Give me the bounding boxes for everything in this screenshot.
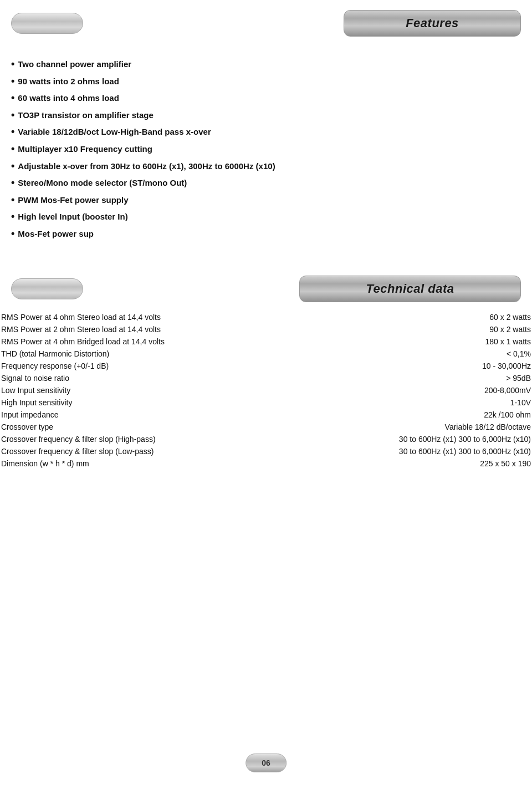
feature-item: 90 watts into 2 ohms load [11, 73, 521, 90]
table-row: RMS Power at 4 ohm Bridged load at 14,4 … [0, 335, 532, 348]
table-row: Crossover typeVariable 18/12 dB/octave [0, 421, 532, 433]
tech-pill-left [11, 278, 83, 299]
feature-item: Stereo/Mono mode selector (ST/mono Out) [11, 174, 521, 191]
table-row: Signal to noise ratio> 95dB [0, 372, 532, 384]
feature-item: TO3P transistor on amplifier stage [11, 106, 521, 124]
tech-value: 90 x 2 watts [293, 323, 532, 335]
tech-header: Technical data [0, 248, 532, 311]
tech-value: < 0,1% [293, 348, 532, 360]
tech-label: RMS Power at 2 ohm Stereo load at 14,4 v… [0, 323, 293, 335]
features-header: Features [0, 0, 532, 42]
table-row: High Input sensitivity1-10V [0, 396, 532, 409]
tech-label: RMS Power at 4 ohm Stereo load at 14,4 v… [0, 311, 293, 323]
feature-item: Two channel power amplifier [11, 55, 521, 73]
tech-table-body: RMS Power at 4 ohm Stereo load at 14,4 v… [0, 311, 532, 470]
tech-value: Variable 18/12 dB/octave [293, 421, 532, 433]
feature-item: Adjustable x-over from 30Hz to 600Hz (x1… [11, 157, 521, 175]
table-row: Crossover frequency & filter slop (Low-p… [0, 445, 532, 457]
feature-item: High level Input (booster In) [11, 208, 521, 225]
tech-label: Dimension (w * h * d) mm [0, 457, 293, 470]
features-list: Two channel power amplifier90 watts into… [0, 42, 532, 248]
tech-label: THD (total Harmonic Distortion) [0, 348, 293, 360]
tech-label: High Input sensitivity [0, 396, 293, 409]
table-row: RMS Power at 2 ohm Stereo load at 14,4 v… [0, 323, 532, 335]
tech-label: Signal to noise ratio [0, 372, 293, 384]
table-row: Dimension (w * h * d) mm225 x 50 x 190 [0, 457, 532, 470]
table-row: Crossover frequency & filter slop (High-… [0, 433, 532, 445]
tech-label: Frequency response (+0/-1 dB) [0, 360, 293, 372]
tech-label: Low Input sensitivity [0, 384, 293, 396]
table-row: THD (total Harmonic Distortion)< 0,1% [0, 348, 532, 360]
table-row: Low Input sensitivity200-8,000mV [0, 384, 532, 396]
tech-value: 60 x 2 watts [293, 311, 532, 323]
features-pill-left [11, 13, 83, 34]
tech-label: Crossover type [0, 421, 293, 433]
tech-value: 225 x 50 x 190 [293, 457, 532, 470]
tech-label: Crossover frequency & filter slop (Low-p… [0, 445, 293, 457]
feature-item: Mos-Fet power sup [11, 225, 521, 242]
feature-item: Multiplayer x10 Frequency cutting [11, 140, 521, 157]
tech-value: > 95dB [293, 372, 532, 384]
tech-value: 30 to 600Hz (x1) 300 to 6,000Hz (x10) [293, 445, 532, 457]
tech-value: 22k /100 ohm [293, 409, 532, 421]
tech-value: 30 to 600Hz (x1) 300 to 6,000Hz (x10) [293, 433, 532, 445]
tech-table: RMS Power at 4 ohm Stereo load at 14,4 v… [0, 311, 532, 470]
tech-label: Crossover frequency & filter slop (High-… [0, 433, 293, 445]
feature-item: Variable 18/12dB/oct Low-High-Band pass … [11, 123, 521, 140]
table-row: Input impedance22k /100 ohm [0, 409, 532, 421]
feature-item: 60 watts into 4 ohms load [11, 89, 521, 106]
tech-title: Technical data [366, 282, 454, 296]
tech-label: Input impedance [0, 409, 293, 421]
page-number: 06 [245, 754, 287, 772]
features-items: Two channel power amplifier90 watts into… [11, 55, 521, 242]
tech-label: RMS Power at 4 ohm Bridged load at 14,4 … [0, 335, 293, 348]
tech-value: 10 - 30,000Hz [293, 360, 532, 372]
features-badge: Features [344, 10, 521, 37]
tech-value: 180 x 1 watts [293, 335, 532, 348]
table-row: RMS Power at 4 ohm Stereo load at 14,4 v… [0, 311, 532, 323]
features-title: Features [406, 16, 459, 30]
tech-value: 1-10V [293, 396, 532, 409]
page-number-label: 06 [262, 759, 270, 767]
tech-badge: Technical data [299, 276, 521, 302]
feature-item: PWM Mos-Fet power supply [11, 191, 521, 208]
table-row: Frequency response (+0/-1 dB)10 - 30,000… [0, 360, 532, 372]
tech-value: 200-8,000mV [293, 384, 532, 396]
